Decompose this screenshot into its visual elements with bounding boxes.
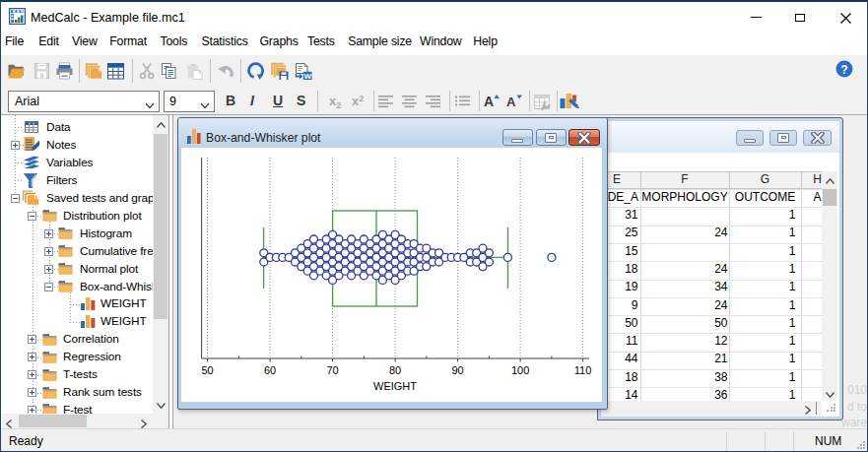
svg-text:110: 110 bbox=[574, 364, 592, 376]
svg-text:70: 70 bbox=[326, 364, 338, 376]
svg-text:A: A bbox=[506, 95, 516, 108]
svg-text:W: W bbox=[303, 72, 311, 80]
svg-text:A: A bbox=[484, 94, 494, 108]
svg-text:WEIGHT: WEIGHT bbox=[373, 380, 417, 392]
svg-text:?: ? bbox=[840, 63, 847, 77]
svg-text:90: 90 bbox=[451, 364, 463, 376]
svg-text:80: 80 bbox=[389, 364, 401, 376]
svg-text:50: 50 bbox=[201, 364, 213, 376]
svg-text:60: 60 bbox=[264, 364, 276, 376]
svg-text:100: 100 bbox=[511, 364, 529, 376]
